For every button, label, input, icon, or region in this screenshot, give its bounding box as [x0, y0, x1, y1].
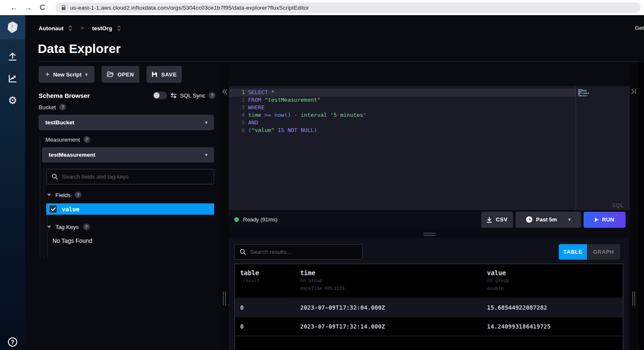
schema-search-input[interactable] — [62, 174, 209, 180]
results-panel: 1 tables 30 rows TABLE GRAPH table_resul… — [229, 237, 629, 350]
open-button[interactable]: OPEN — [102, 66, 139, 83]
upload-icon — [8, 52, 18, 62]
save-button[interactable]: SAVE — [147, 66, 182, 83]
code-line: SELECT * — [248, 89, 575, 96]
code-line: AND — [248, 119, 575, 126]
plus-icon: + — [45, 71, 49, 78]
sql-sync-toggle[interactable] — [153, 92, 167, 99]
line-number: 3 — [229, 104, 245, 111]
tag-keys-label: Tag Keys — [55, 224, 79, 230]
line-number: 2 — [229, 96, 245, 104]
folder-icon — [107, 71, 114, 77]
tag-keys-section-row[interactable]: Tag Keys ? — [47, 224, 90, 230]
column-header: timeno groupdateTime:RFC3339 — [300, 269, 487, 292]
breadcrumb-account[interactable]: Autonaut — [39, 25, 63, 32]
section-caret-icon[interactable] — [47, 194, 51, 196]
bucket-label: Bucket ? — [39, 104, 66, 111]
search-icon — [240, 249, 246, 255]
measurement-dropdown[interactable]: testMeasurement ▾ — [42, 147, 214, 163]
indent-guide — [40, 135, 40, 258]
sidebar-item-load-data[interactable] — [0, 46, 25, 68]
time-range-dropdown[interactable]: Past 5m ▾ — [516, 212, 581, 228]
column-header: valueno groupdouble — [487, 269, 623, 292]
horizontal-drag-handle[interactable] — [423, 233, 436, 236]
right-panel-gutter[interactable] — [630, 63, 638, 350]
code-line: WHERE — [248, 104, 575, 111]
url-text: us-east-1-1.aws.cloud2.influxdata.com/or… — [70, 5, 309, 11]
play-icon — [595, 218, 598, 222]
schema-search[interactable] — [46, 169, 214, 184]
new-script-button[interactable]: + New Script ▾ — [39, 66, 94, 83]
schema-browser-header: Schema Browser SQL Sync ? — [39, 92, 215, 99]
chevron-updown-icon[interactable] — [117, 25, 121, 31]
sidebar-item-data-explorer[interactable] — [0, 68, 25, 89]
save-label: SAVE — [161, 71, 177, 78]
bucket-help-icon[interactable]: ? — [59, 104, 66, 111]
line-number: 6 — [229, 126, 245, 134]
header-promo-text[interactable]: Get — [635, 25, 644, 31]
bucket-dropdown[interactable]: testBucket ▾ — [39, 115, 214, 130]
sync-arrows-icon — [170, 93, 177, 98]
address-bar[interactable]: us-east-1-1.aws.cloud2.influxdata.com/or… — [55, 3, 641, 13]
editor-minimap[interactable] — [578, 89, 589, 96]
fields-label: Fields — [55, 192, 71, 198]
breadcrumb: Autonaut > testOrg — [39, 24, 121, 33]
tab-graph[interactable]: GRAPH — [587, 244, 620, 260]
tag-keys-help-icon[interactable]: ? — [83, 224, 90, 230]
editor-gutter: 123456 — [229, 89, 245, 134]
breadcrumb-org[interactable]: testOrg — [92, 25, 112, 32]
results-search[interactable] — [234, 244, 363, 260]
tab-table[interactable]: TABLE — [559, 244, 587, 260]
time-range-label: Past 5m — [536, 216, 557, 223]
results-table[interactable]: table_resulttimeno groupdateTime:RFC3339… — [234, 263, 623, 350]
schema-browser-title: Schema Browser — [39, 92, 90, 99]
browser-reload-icon[interactable]: C — [35, 3, 50, 12]
left-panel-gutter[interactable] — [220, 63, 229, 350]
sidebar-item-help[interactable]: ? — [0, 337, 25, 347]
code-line: ("value" IS NOT NULL) — [248, 126, 575, 134]
editor-divider — [576, 86, 576, 210]
results-table-header: table_resulttimeno groupdateTime:RFC3339… — [235, 264, 623, 297]
chevron-updown-icon[interactable] — [68, 25, 72, 31]
sidebar-item-settings[interactable]: ⚙ — [0, 89, 25, 111]
collapsed-right-panel — [638, 63, 644, 350]
fields-help-icon[interactable]: ? — [75, 192, 81, 198]
table-row: 02023-07-09T17:32:14.000Z14.240993186419… — [235, 318, 623, 335]
measurement-label: Measurement ? — [45, 136, 90, 143]
sql-sync-help-icon[interactable]: ? — [209, 92, 215, 99]
code-line: FROM "testMeasurement" — [248, 96, 575, 104]
page-title: Data Explorer — [38, 42, 121, 56]
fields-section-row[interactable]: Fields ? — [47, 192, 81, 198]
vertical-drag-handle[interactable] — [632, 292, 635, 305]
query-status-bar: Ready (91ms) CSV Past 5m ▾ RUN — [229, 210, 630, 229]
sql-sync-label: SQL Sync — [180, 92, 205, 99]
browser-back-icon[interactable]: ← — [7, 3, 21, 12]
run-button[interactable]: RUN — [584, 212, 626, 228]
results-table-body: 02023-07-09T17:32:04.000Z15.685449220872… — [235, 299, 623, 335]
browser-forward-icon[interactable]: → — [21, 3, 35, 12]
code-line: time >= now() - interval '5 minutes' — [248, 111, 575, 119]
table-row: 02023-07-09T17:32:04.000Z15.685449220872… — [235, 299, 623, 316]
field-item-value[interactable]: value — [46, 203, 214, 215]
line-number: 1 — [229, 89, 245, 96]
field-value-label: value — [62, 206, 79, 213]
sidebar-item-home[interactable] — [0, 15, 25, 39]
column-header: table_result — [240, 269, 300, 292]
help-icon: ? — [8, 337, 17, 347]
status-dot-icon — [234, 217, 239, 222]
measurement-help-icon[interactable]: ? — [84, 136, 90, 143]
expand-right-icon[interactable] — [631, 89, 637, 94]
sql-editor[interactable]: 123456 SELECT *FROM "testMeasurement"WHE… — [229, 86, 630, 210]
line-number: 5 — [229, 119, 245, 126]
graphs-icon — [8, 74, 18, 84]
code-area[interactable]: SELECT *FROM "testMeasurement"WHEREtime … — [248, 89, 575, 134]
line-number: 4 — [229, 111, 245, 119]
csv-download-button[interactable]: CSV — [481, 212, 513, 228]
chevron-down-icon: ▾ — [205, 152, 207, 158]
section-caret-icon[interactable] — [47, 226, 51, 228]
influxdb-logo — [6, 21, 19, 34]
collapse-left-icon[interactable] — [222, 89, 228, 94]
value-checkbox[interactable] — [50, 205, 57, 213]
results-search-input[interactable] — [250, 249, 357, 255]
vertical-drag-handle[interactable] — [223, 292, 226, 305]
